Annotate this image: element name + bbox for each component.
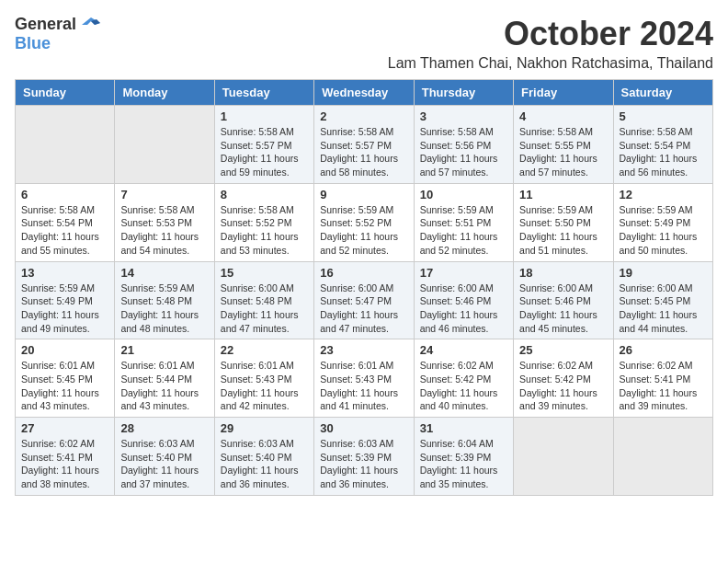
calendar-week-row: 6Sunrise: 5:58 AM Sunset: 5:54 PM Daylig… — [16, 183, 713, 261]
day-number: 29 — [221, 421, 308, 435]
calendar-cell: 30Sunrise: 6:03 AM Sunset: 5:39 PM Dayli… — [314, 418, 414, 496]
calendar-cell: 14Sunrise: 5:59 AM Sunset: 5:48 PM Dayli… — [115, 261, 214, 339]
day-info: Sunrise: 5:59 AM Sunset: 5:50 PM Dayligh… — [519, 203, 607, 258]
calendar-cell: 18Sunrise: 6:00 AM Sunset: 5:46 PM Dayli… — [514, 261, 613, 339]
day-number: 22 — [221, 343, 308, 357]
day-info: Sunrise: 5:58 AM Sunset: 5:57 PM Dayligh… — [320, 125, 407, 179]
calendar-cell: 23Sunrise: 6:01 AM Sunset: 5:43 PM Dayli… — [314, 339, 414, 418]
day-info: Sunrise: 6:00 AM Sunset: 5:47 PM Dayligh… — [320, 282, 407, 336]
day-info: Sunrise: 5:58 AM Sunset: 5:55 PM Dayligh… — [519, 125, 607, 179]
calendar-cell: 5Sunrise: 5:58 AM Sunset: 5:54 PM Daylig… — [613, 106, 712, 184]
day-number: 12 — [620, 188, 707, 201]
day-info: Sunrise: 5:58 AM Sunset: 5:57 PM Dayligh… — [221, 125, 308, 179]
calendar-cell: 21Sunrise: 6:01 AM Sunset: 5:44 PM Dayli… — [115, 339, 214, 418]
calendar-cell: 6Sunrise: 5:58 AM Sunset: 5:54 PM Daylig… — [16, 183, 115, 261]
calendar-week-row: 1Sunrise: 5:58 AM Sunset: 5:57 PM Daylig… — [16, 106, 713, 184]
day-number: 17 — [420, 266, 507, 280]
calendar-week-row: 13Sunrise: 5:59 AM Sunset: 5:49 PM Dayli… — [16, 261, 713, 339]
day-number: 18 — [519, 266, 607, 280]
day-number: 21 — [120, 343, 208, 357]
calendar-header-row: SundayMondayTuesdayWednesdayThursdayFrid… — [16, 80, 713, 106]
day-number: 20 — [21, 343, 108, 357]
calendar-cell — [613, 418, 712, 496]
calendar-header-wednesday: Wednesday — [314, 80, 414, 106]
calendar-cell: 8Sunrise: 5:58 AM Sunset: 5:52 PM Daylig… — [214, 183, 313, 261]
logo: General Blue — [15, 15, 104, 53]
day-info: Sunrise: 6:03 AM Sunset: 5:40 PM Dayligh… — [120, 437, 208, 491]
day-number: 15 — [221, 266, 308, 280]
calendar-header-tuesday: Tuesday — [214, 80, 313, 106]
day-info: Sunrise: 5:59 AM Sunset: 5:48 PM Dayligh… — [120, 282, 208, 336]
day-number: 27 — [21, 421, 108, 435]
calendar-cell — [16, 106, 115, 184]
calendar-table: SundayMondayTuesdayWednesdayThursdayFrid… — [15, 79, 713, 496]
page-header: General Blue October 2024 Lam Thamen Cha… — [15, 15, 713, 72]
day-number: 3 — [420, 109, 507, 123]
day-number: 19 — [620, 266, 707, 280]
calendar-cell: 3Sunrise: 5:58 AM Sunset: 5:56 PM Daylig… — [414, 106, 513, 184]
calendar-cell: 20Sunrise: 6:01 AM Sunset: 5:45 PM Dayli… — [16, 339, 115, 418]
day-info: Sunrise: 6:01 AM Sunset: 5:43 PM Dayligh… — [320, 359, 407, 413]
calendar-cell: 19Sunrise: 6:00 AM Sunset: 5:45 PM Dayli… — [613, 261, 712, 339]
day-info: Sunrise: 5:58 AM Sunset: 5:54 PM Dayligh… — [620, 125, 707, 179]
day-number: 13 — [21, 266, 108, 280]
day-info: Sunrise: 6:04 AM Sunset: 5:39 PM Dayligh… — [420, 437, 507, 491]
day-number: 2 — [320, 109, 407, 123]
location-subtitle: Lam Thamen Chai, Nakhon Ratchasima, Thai… — [388, 55, 713, 72]
calendar-cell: 9Sunrise: 5:59 AM Sunset: 5:52 PM Daylig… — [314, 183, 414, 261]
day-number: 28 — [120, 421, 208, 435]
day-number: 7 — [120, 188, 208, 201]
day-info: Sunrise: 5:59 AM Sunset: 5:49 PM Dayligh… — [620, 203, 707, 258]
day-info: Sunrise: 6:02 AM Sunset: 5:41 PM Dayligh… — [21, 437, 108, 491]
day-info: Sunrise: 6:00 AM Sunset: 5:45 PM Dayligh… — [620, 282, 707, 336]
calendar-cell: 29Sunrise: 6:03 AM Sunset: 5:40 PM Dayli… — [214, 418, 313, 496]
calendar-cell: 11Sunrise: 5:59 AM Sunset: 5:50 PM Dayli… — [514, 183, 613, 261]
calendar-cell: 27Sunrise: 6:02 AM Sunset: 5:41 PM Dayli… — [16, 418, 115, 496]
calendar-cell: 16Sunrise: 6:00 AM Sunset: 5:47 PM Dayli… — [314, 261, 414, 339]
calendar-cell: 24Sunrise: 6:02 AM Sunset: 5:42 PM Dayli… — [414, 339, 513, 418]
day-number: 11 — [519, 188, 607, 201]
day-info: Sunrise: 6:00 AM Sunset: 5:48 PM Dayligh… — [221, 282, 308, 336]
logo-general-text: General — [15, 15, 76, 34]
calendar-header-monday: Monday — [115, 80, 214, 106]
day-info: Sunrise: 5:59 AM Sunset: 5:51 PM Dayligh… — [420, 203, 507, 258]
day-number: 8 — [221, 188, 308, 201]
day-info: Sunrise: 5:58 AM Sunset: 5:52 PM Dayligh… — [221, 203, 308, 258]
calendar-cell — [514, 418, 613, 496]
day-info: Sunrise: 5:59 AM Sunset: 5:52 PM Dayligh… — [320, 203, 407, 258]
calendar-header-friday: Friday — [514, 80, 613, 106]
calendar-cell: 13Sunrise: 5:59 AM Sunset: 5:49 PM Dayli… — [16, 261, 115, 339]
calendar-cell: 7Sunrise: 5:58 AM Sunset: 5:53 PM Daylig… — [115, 183, 214, 261]
calendar-cell: 15Sunrise: 6:00 AM Sunset: 5:48 PM Dayli… — [214, 261, 313, 339]
day-info: Sunrise: 6:01 AM Sunset: 5:44 PM Dayligh… — [120, 359, 208, 413]
day-info: Sunrise: 6:03 AM Sunset: 5:39 PM Dayligh… — [320, 437, 407, 491]
calendar-header-sunday: Sunday — [16, 80, 115, 106]
calendar-cell: 31Sunrise: 6:04 AM Sunset: 5:39 PM Dayli… — [414, 418, 513, 496]
day-number: 10 — [420, 188, 507, 201]
day-info: Sunrise: 6:02 AM Sunset: 5:41 PM Dayligh… — [620, 359, 707, 413]
day-number: 23 — [320, 343, 407, 357]
calendar-week-row: 27Sunrise: 6:02 AM Sunset: 5:41 PM Dayli… — [16, 418, 713, 496]
day-number: 16 — [320, 266, 407, 280]
calendar-cell: 1Sunrise: 5:58 AM Sunset: 5:57 PM Daylig… — [214, 106, 313, 184]
day-number: 30 — [320, 421, 407, 435]
day-info: Sunrise: 5:58 AM Sunset: 5:54 PM Dayligh… — [21, 203, 108, 258]
calendar-week-row: 20Sunrise: 6:01 AM Sunset: 5:45 PM Dayli… — [16, 339, 713, 418]
calendar-cell: 22Sunrise: 6:01 AM Sunset: 5:43 PM Dayli… — [214, 339, 313, 418]
day-info: Sunrise: 6:03 AM Sunset: 5:40 PM Dayligh… — [221, 437, 308, 491]
calendar-cell: 4Sunrise: 5:58 AM Sunset: 5:55 PM Daylig… — [514, 106, 613, 184]
day-number: 26 — [620, 343, 707, 357]
day-info: Sunrise: 6:01 AM Sunset: 5:45 PM Dayligh… — [21, 359, 108, 413]
day-number: 25 — [519, 343, 607, 357]
day-number: 5 — [620, 109, 707, 123]
day-info: Sunrise: 6:02 AM Sunset: 5:42 PM Dayligh… — [420, 359, 507, 413]
day-number: 9 — [320, 188, 407, 201]
calendar-cell: 10Sunrise: 5:59 AM Sunset: 5:51 PM Dayli… — [414, 183, 513, 261]
day-info: Sunrise: 6:01 AM Sunset: 5:43 PM Dayligh… — [221, 359, 308, 413]
calendar-cell: 12Sunrise: 5:59 AM Sunset: 5:49 PM Dayli… — [613, 183, 712, 261]
day-number: 31 — [420, 421, 507, 435]
calendar-cell: 2Sunrise: 5:58 AM Sunset: 5:57 PM Daylig… — [314, 106, 414, 184]
day-number: 14 — [120, 266, 208, 280]
calendar-cell: 28Sunrise: 6:03 AM Sunset: 5:40 PM Dayli… — [115, 418, 214, 496]
day-number: 6 — [21, 188, 108, 201]
